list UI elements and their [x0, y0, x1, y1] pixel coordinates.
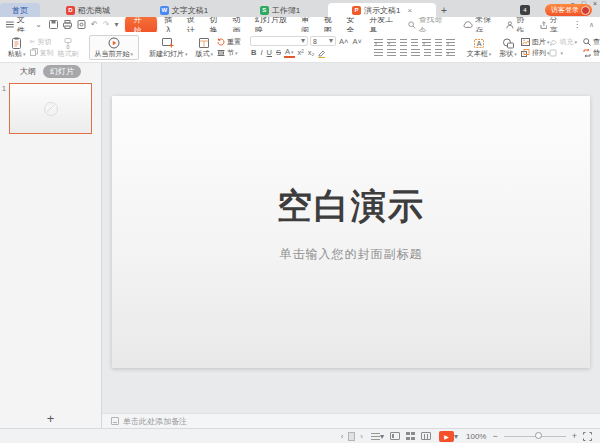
reading-view-icon[interactable]: [421, 432, 431, 440]
zoom-in-button[interactable]: +: [572, 431, 577, 441]
outline-label: [559, 49, 563, 56]
close-tab-icon[interactable]: ×: [407, 6, 412, 15]
zoom-out-button[interactable]: −: [492, 431, 497, 441]
textbox-button[interactable]: A 文本框: [463, 38, 496, 57]
decrease-indent-icon[interactable]: [400, 39, 407, 46]
reset-button[interactable]: 重置: [217, 38, 241, 46]
more-menu-icon[interactable]: ⋮: [573, 20, 581, 29]
normal-view-icon[interactable]: [390, 432, 400, 440]
distribute-icon[interactable]: [424, 49, 431, 56]
arrange-icon: [521, 49, 530, 57]
tab-home-label: 首页: [12, 5, 28, 16]
tab-presentation-label: 演示文稿1: [364, 5, 400, 16]
notes-bar[interactable]: 单击此处添加备注: [102, 413, 600, 428]
collapse-ribbon-icon[interactable]: ∧: [589, 21, 594, 29]
tab-presentation-active[interactable]: P 演示文稿1 ×: [328, 3, 436, 17]
hamburger-icon: [6, 21, 14, 28]
shapes-label: 形状: [499, 50, 517, 57]
highlight-icon[interactable]: [317, 49, 326, 58]
superscript-button[interactable]: x²: [297, 49, 305, 57]
align-center-icon[interactable]: [387, 49, 396, 56]
undo-icon[interactable]: ↶: [91, 20, 98, 29]
play-options-icon[interactable]: ▾: [454, 432, 458, 441]
slide-thumbnail-selected[interactable]: [9, 83, 92, 134]
close-window-button[interactable]: ×: [593, 0, 597, 7]
picture-button[interactable]: 图片: [521, 38, 550, 46]
prev-slide-icon[interactable]: ‹: [341, 432, 344, 441]
play-slideshow-button[interactable]: ▶: [439, 431, 454, 442]
bullet-list-icon[interactable]: [374, 39, 383, 46]
slide-canvas[interactable]: 空白演示 单击输入您的封面副标题: [102, 63, 600, 413]
increase-indent-icon[interactable]: [411, 39, 418, 46]
share-icon: [540, 21, 548, 29]
new-slide-button[interactable]: 新建幻灯片: [145, 38, 192, 57]
section-label: 节: [227, 49, 238, 56]
strikethrough-button[interactable]: S: [275, 49, 282, 57]
document-tabbar: 首页 D 稻壳商城 W 文字文稿1 S 工作簿1 P 演示文稿1 × + − □…: [0, 0, 600, 17]
increase-font-icon[interactable]: A˄: [338, 38, 349, 46]
italic-button[interactable]: I: [259, 49, 263, 57]
section-button[interactable]: 节: [217, 49, 241, 57]
fit-slide-icon[interactable]: [583, 432, 592, 441]
format-painter-button[interactable]: 格式刷: [54, 38, 83, 57]
underline-button[interactable]: U: [266, 49, 273, 57]
save-icon[interactable]: [49, 20, 58, 29]
tab-docer-mall[interactable]: D 稻壳商城: [40, 3, 136, 17]
copy-button[interactable]: 复制: [30, 48, 54, 56]
presentation-icon: P: [352, 6, 361, 15]
shapes-button[interactable]: 形状: [495, 38, 521, 57]
workspace: 大纲 幻灯片 1 + 空白演示 单击输入您的封面副标题 单击此处添加备注: [0, 63, 600, 428]
new-tab-button[interactable]: +: [436, 3, 452, 17]
line-spacing-icon[interactable]: [446, 39, 455, 46]
zoom-level[interactable]: 100%: [466, 432, 486, 441]
vertical-align-icon[interactable]: [435, 49, 442, 56]
align-left-icon[interactable]: [374, 49, 383, 56]
decrease-font-icon[interactable]: A˅: [351, 38, 362, 46]
zoom-slider-handle[interactable]: [535, 432, 542, 439]
font-size-select[interactable]: 8▾: [310, 36, 336, 46]
current-slide-icon[interactable]: [348, 432, 355, 441]
font-size-value: 8: [313, 38, 317, 45]
numbered-list-icon[interactable]: [387, 39, 396, 46]
print-icon[interactable]: [63, 20, 72, 29]
tab-home[interactable]: 首页: [0, 3, 40, 17]
slide-title[interactable]: 空白演示: [277, 183, 425, 230]
bold-button[interactable]: B: [250, 49, 257, 57]
text-direction-icon[interactable]: [422, 39, 431, 46]
slide-sorter-view-icon[interactable]: [406, 432, 415, 440]
shape-outline-button[interactable]: [549, 49, 577, 57]
notes-toggle-icon[interactable]: ▾: [371, 432, 384, 441]
guest-login-button[interactable]: 访客登录: [545, 4, 592, 16]
find-button[interactable]: 查找: [583, 38, 600, 46]
find-icon: [583, 38, 591, 46]
arrange-button[interactable]: 排列: [521, 49, 550, 57]
font-color-button[interactable]: A: [284, 48, 295, 58]
add-slide-button[interactable]: +: [0, 408, 101, 428]
columns-icon[interactable]: [435, 39, 442, 46]
next-slide-icon[interactable]: ›: [360, 432, 363, 441]
qat-more-icon[interactable]: ▾: [114, 20, 118, 29]
slide-subtitle-placeholder[interactable]: 单击输入您的封面副标题: [280, 246, 423, 263]
preview-icon[interactable]: [77, 20, 86, 29]
slide[interactable]: 空白演示 单击输入您的封面副标题: [112, 96, 590, 368]
replace-button[interactable]: 替换: [583, 49, 600, 57]
align-right-icon[interactable]: [400, 49, 407, 56]
outline-tab[interactable]: 大纲: [20, 66, 36, 77]
font-name-select[interactable]: ▾: [250, 36, 308, 46]
slides-tab-active[interactable]: 幻灯片: [43, 65, 81, 78]
task-count-badge[interactable]: 4: [520, 5, 530, 15]
play-from-current-button[interactable]: 从当前开始: [89, 35, 140, 60]
chevron-down-icon: ▾: [329, 37, 333, 45]
text-tools-icon[interactable]: [446, 49, 455, 56]
subscript-button[interactable]: x₂: [307, 49, 316, 57]
chevron-down-icon: ▾: [301, 37, 305, 45]
cut-button[interactable]: ✂ 剪切: [30, 38, 54, 45]
justify-icon[interactable]: [411, 49, 420, 56]
fill-button[interactable]: 填充: [549, 38, 577, 46]
paste-button[interactable]: 粘贴: [4, 37, 30, 57]
zoom-slider[interactable]: [504, 436, 566, 437]
tab-writer-doc[interactable]: W 文字文稿1: [136, 3, 232, 17]
layout-button[interactable]: 版式: [192, 38, 218, 57]
tab-spreadsheet[interactable]: S 工作簿1: [232, 3, 328, 17]
redo-icon[interactable]: ↷: [103, 20, 110, 29]
